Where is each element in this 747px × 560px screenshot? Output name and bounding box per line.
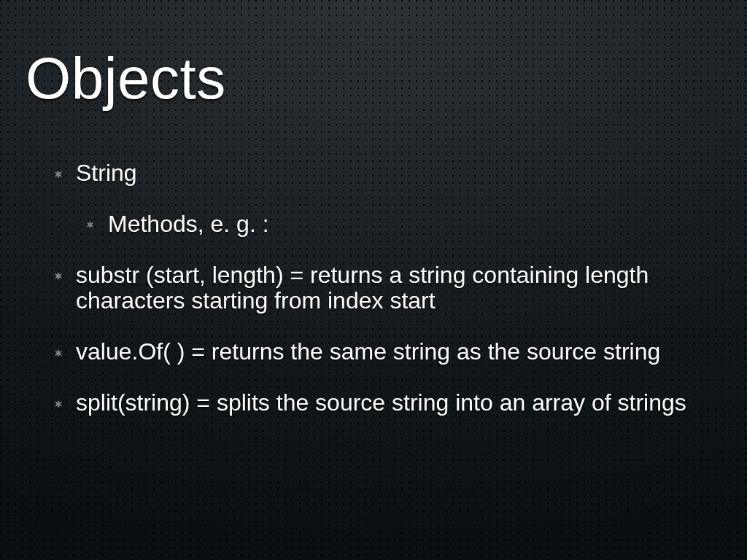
bullet-text: String (76, 160, 137, 186)
list-item: substr (start, length) = returns a strin… (50, 262, 711, 315)
bullet-text: Methods, e. g. : (108, 211, 269, 237)
bullet-text: substr (start, length) = returns a strin… (76, 262, 649, 314)
list-item: Methods, e. g. : (82, 211, 711, 238)
slide-content: String Methods, e. g. : substr (start, l… (50, 160, 711, 441)
list-item: value.Of( ) = returns the same string as… (50, 339, 711, 365)
slide-title: Objects (26, 45, 226, 112)
list-item: String (50, 160, 711, 187)
bullet-text: value.Of( ) = returns the same string as… (76, 338, 660, 365)
slide: Objects String Methods, e. g. : substr (… (0, 0, 747, 560)
list-item: split(string) = splits the source string… (50, 390, 711, 416)
bullet-text: split(string) = splits the source string… (76, 389, 686, 416)
